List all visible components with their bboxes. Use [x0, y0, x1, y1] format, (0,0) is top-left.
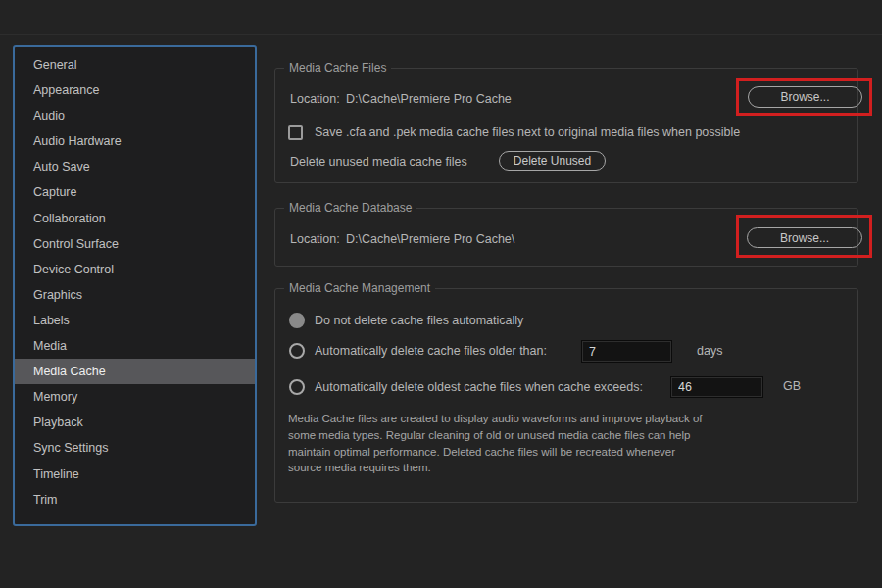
preferences-dialog: General Appearance Audio Audio Hardware … — [0, 0, 882, 588]
cache-files-location-path: D:\Cache\Premiere Pro Cache — [346, 92, 512, 106]
media-cache-management-group: Media Cache Management Do not delete cac… — [274, 288, 858, 503]
option-delete-when-exceeds: Automatically delete oldest cache files … — [289, 378, 643, 396]
annotation-box-browse-database — [736, 215, 872, 258]
sidebar-item-auto-save[interactable]: Auto Save — [15, 154, 255, 179]
radio-selected-icon[interactable] — [289, 313, 305, 328]
sidebar-item-control-surface[interactable]: Control Surface — [15, 231, 255, 257]
sidebar-item-labels[interactable]: Labels — [15, 308, 255, 333]
option-no-auto-delete: Do not delete cache files automatically — [289, 312, 523, 329]
cache-db-location-path: D:\Cache\Premiere Pro Cache\ — [346, 232, 514, 246]
sidebar-item-graphics[interactable]: Graphics — [15, 282, 255, 308]
gb-input[interactable] — [670, 376, 763, 398]
sidebar-item-media[interactable]: Media — [15, 333, 255, 359]
sidebar-item-trim[interactable]: Trim — [15, 487, 255, 513]
gb-unit-label: GB — [783, 377, 801, 395]
media-cache-management-title: Media Cache Management — [284, 281, 435, 295]
sidebar-item-device-control[interactable]: Device Control — [15, 257, 255, 282]
radio-icon[interactable] — [289, 379, 305, 395]
save-cfa-pek-checkbox[interactable] — [288, 125, 303, 140]
media-cache-files-title: Media Cache Files — [284, 61, 391, 74]
days-unit-label: days — [697, 342, 722, 360]
preferences-category-list: General Appearance Audio Audio Hardware … — [13, 45, 257, 526]
media-cache-database-title: Media Cache Database — [284, 201, 416, 215]
sidebar-item-playback[interactable]: Playback — [15, 410, 255, 435]
radio-icon[interactable] — [289, 343, 305, 359]
annotation-box-browse-files — [736, 78, 872, 116]
sidebar-item-appearance[interactable]: Appearance — [15, 77, 255, 103]
cache-files-location-row: Location: D:\Cache\Premiere Pro Cache — [290, 90, 512, 108]
sidebar-item-sync-settings[interactable]: Sync Settings — [15, 435, 255, 461]
save-cfa-pek-label: Save .cfa and .pek media cache files nex… — [315, 125, 740, 139]
sidebar-item-capture[interactable]: Capture — [15, 179, 255, 205]
sidebar-item-audio-hardware[interactable]: Audio Hardware — [15, 128, 255, 154]
no-auto-delete-label: Do not delete cache files automatically — [315, 314, 523, 327]
media-cache-description: Media Cache files are created to display… — [288, 411, 724, 476]
sidebar-item-collaboration[interactable]: Collaboration — [15, 206, 255, 231]
divider — [0, 34, 882, 35]
sidebar-item-memory[interactable]: Memory — [15, 384, 255, 410]
save-next-to-media-row: Save .cfa and .pek media cache files nex… — [288, 123, 740, 141]
delete-unused-label: Delete unused media cache files — [290, 155, 467, 169]
sidebar-item-audio[interactable]: Audio — [15, 103, 255, 128]
delete-older-than-label: Automatically delete cache files older t… — [315, 344, 547, 358]
sidebar-item-media-cache[interactable]: Media Cache — [15, 359, 255, 384]
location-label: Location: — [290, 92, 346, 106]
delete-unused-row: Delete unused media cache files — [290, 152, 467, 172]
location-label: Location: — [290, 232, 346, 246]
cache-db-location-row: Location: D:\Cache\Premiere Pro Cache\ — [290, 230, 514, 248]
days-input[interactable] — [581, 340, 672, 363]
sidebar-item-general[interactable]: General — [15, 52, 255, 77]
sidebar-item-timeline[interactable]: Timeline — [15, 462, 255, 487]
option-delete-older-than: Automatically delete cache files older t… — [289, 342, 547, 360]
delete-unused-button[interactable]: Delete Unused — [499, 151, 606, 171]
delete-when-exceeds-label: Automatically delete oldest cache files … — [315, 380, 643, 394]
